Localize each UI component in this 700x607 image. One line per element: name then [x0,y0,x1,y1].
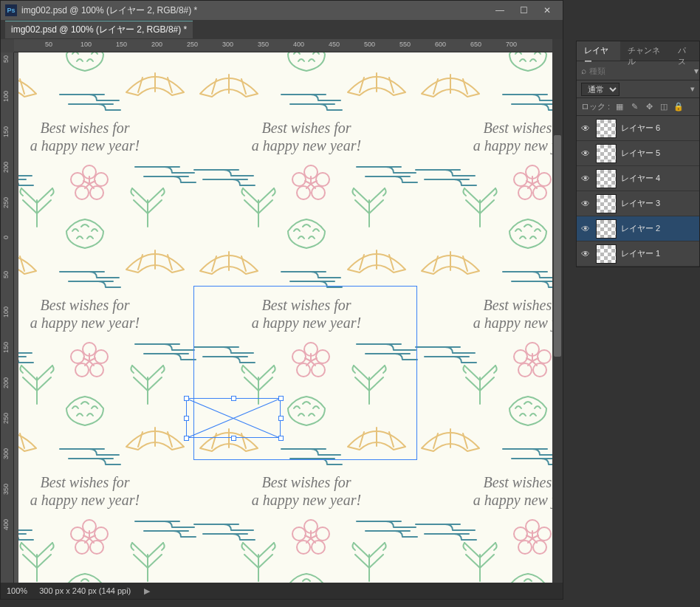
scrollbar-thumb[interactable] [554,135,561,357]
ruler-vertical[interactable]: 50 100 150 200 250 0 50 100 150 200 250 … [1,52,14,583]
doc-info[interactable]: 300 px x 240 px (144 ppi) [39,586,131,595]
cloud-icon [275,261,357,295]
zoom-level[interactable]: 100% [7,586,27,595]
layer-name[interactable]: レイヤー 3 [621,198,660,209]
layer-row[interactable]: 👁レイヤー 3 [577,191,699,216]
svg-point-27 [533,363,546,377]
layer-name[interactable]: レイヤー 6 [621,123,660,134]
chevron-right-icon[interactable]: ▶ [144,586,150,596]
chevron-down-icon[interactable]: ▾ [694,66,699,76]
layer-row[interactable]: 👁レイヤー 2 [577,216,699,241]
chevron-down-icon[interactable]: ▾ [690,84,695,94]
fan-icon [196,69,262,100]
fan-icon [18,246,41,278]
lock-label: ロック : [581,101,610,112]
plum-icon [512,518,552,561]
svg-point-23 [297,363,310,377]
ruler-horizontal[interactable]: 50 100 150 200 250 300 350 400 450 500 5… [14,39,552,52]
scrollbar-vertical[interactable] [552,39,563,583]
svg-point-24 [292,350,306,363]
cloud-icon [497,261,552,295]
pattern-tile: Best wishes fora happy new year! [18,52,196,215]
pine-icon [281,569,332,583]
layer-thumbnail[interactable] [596,219,617,239]
canvas[interactable]: Best wishes fora happy new year!Best wis… [18,52,552,583]
layer-row[interactable]: 👁レイヤー 4 [577,166,699,191]
tab-channels[interactable]: チャンネル [620,41,670,61]
layer-row[interactable]: 👁レイヤー 5 [577,141,699,166]
layer-name[interactable]: レイヤー 5 [621,148,660,159]
lock-brush-icon[interactable]: ✎ [629,102,639,112]
pine-icon [281,215,332,254]
blendmode-row: 通常 ▾ [577,80,699,97]
ruler-tick: 200 [2,377,10,388]
lock-transparency-icon[interactable]: ▦ [614,102,625,112]
layer-thumbnail[interactable] [596,169,617,188]
window-titlebar[interactable]: Ps img002.psd @ 100% (レイヤー 2, RGB/8#) * … [1,1,563,20]
pattern-tile: Best wishes fora happy new year! [417,215,552,392]
ruler-tick: 150 [2,126,10,137]
pattern-tile: Best wishes fora happy new year! [417,569,552,583]
close-button[interactable]: ✕ [536,2,558,18]
layer-filter-input[interactable] [589,66,691,75]
ruler-tick: 600 [435,41,446,48]
layer-thumbnail[interactable] [596,244,617,264]
visibility-eye-icon[interactable]: 👁 [580,174,591,184]
pine-icon [502,215,552,254]
canvas-viewport[interactable]: Best wishes fora happy new year!Best wis… [14,52,552,583]
ps-logo-icon: Ps [5,4,17,16]
svg-point-4 [71,173,84,186]
document-area: 50 100 150 200 250 300 350 400 450 500 5… [1,39,563,583]
blendmode-select[interactable]: 通常 [581,83,620,96]
layer-name[interactable]: レイヤー 2 [621,223,660,234]
pattern-tile: Best wishes fora happy new year! [196,52,417,215]
tab-layers[interactable]: レイヤー [577,41,620,61]
svg-point-19 [71,350,84,363]
layer-row[interactable]: 👁レイヤー 1 [577,241,699,267]
visibility-eye-icon[interactable]: 👁 [580,148,591,159]
ruler-tick: 650 [470,41,481,48]
tab-paths[interactable]: パス [670,41,699,61]
transform-handle[interactable] [231,396,236,401]
layer-name[interactable]: レイヤー 4 [621,173,660,184]
maximize-button[interactable]: ☐ [512,2,535,18]
visibility-eye-icon[interactable]: 👁 [580,123,591,134]
transform-handle[interactable] [231,436,236,441]
layer-thumbnail[interactable] [596,144,617,163]
transform-handle[interactable] [184,416,189,421]
fan-icon [196,423,262,455]
layer-name[interactable]: レイヤー 1 [621,248,660,259]
lock-row: ロック : ▦ ✎ ✥ ◫ 🔒 [577,97,699,115]
greeting-text: Best wishes fora happy new year! [417,473,552,509]
visibility-eye-icon[interactable]: 👁 [580,224,591,234]
minimize-button[interactable]: — [489,2,511,18]
ruler-tick: 250 [187,41,198,48]
lock-move-icon[interactable]: ✥ [644,102,654,112]
layer-row[interactable]: 👁レイヤー 6 [577,116,699,141]
visibility-eye-icon[interactable]: 👁 [580,249,591,259]
transform-handle[interactable] [278,396,284,401]
transform-handle[interactable] [184,396,189,401]
cloud-icon [497,83,552,118]
svg-point-6 [316,173,329,186]
svg-point-41 [538,527,551,541]
document-tab[interactable]: img002.psd @ 100% (レイヤー 2, RGB/8#) * [5,21,193,38]
layer-thumbnail[interactable] [596,119,617,138]
ruler-tick: 250 [2,197,10,208]
transform-handle[interactable] [278,436,284,441]
ruler-tick: 100 [80,41,92,48]
lock-all-icon[interactable]: 🔒 [673,102,684,112]
layer-thumbnail[interactable] [596,194,617,213]
ruler-tick: 450 [329,41,340,48]
svg-point-3 [75,186,89,199]
visibility-eye-icon[interactable]: 👁 [580,199,591,209]
fan-icon [196,246,262,278]
pine-icon [59,392,111,431]
lock-artboard-icon[interactable]: ◫ [659,102,669,112]
svg-point-31 [95,527,108,541]
transform-handle[interactable] [278,416,284,421]
pattern-tile: Best wishes fora happy new year! [196,392,417,569]
ruler-tick: 400 [293,41,304,48]
transform-handle[interactable] [184,436,189,441]
ruler-tick: 700 [506,41,517,48]
